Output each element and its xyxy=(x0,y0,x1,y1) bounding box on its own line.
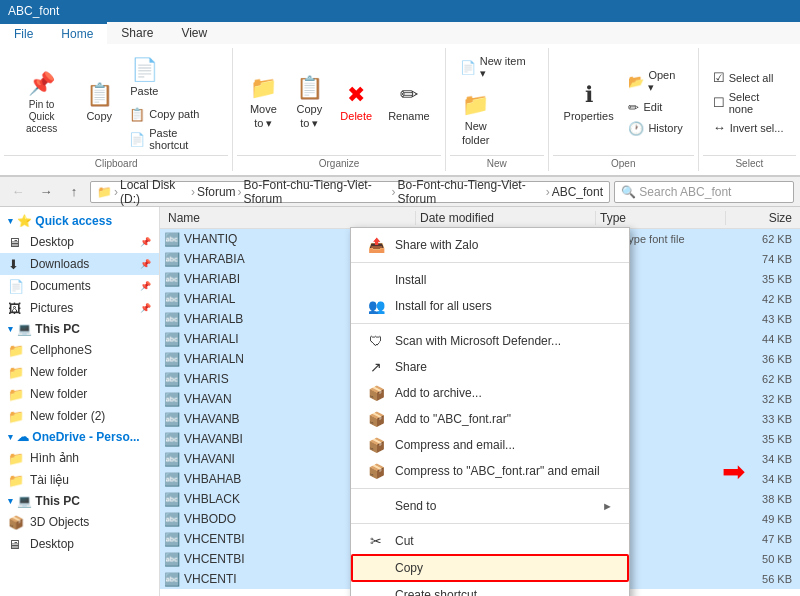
clipboard-buttons: 📌 Pin to Quickaccess 📋 Copy 📄 Paste 📋 xyxy=(4,50,228,155)
this-pc-label: 💻 This PC xyxy=(17,322,80,336)
clipboard-label: Clipboard xyxy=(4,155,228,169)
ctx-install-label: Install xyxy=(395,273,613,287)
edit-button[interactable]: ✏ Edit xyxy=(622,97,689,117)
move-to-button[interactable]: 📁 Moveto ▾ xyxy=(241,70,285,134)
properties-button[interactable]: ℹ Properties xyxy=(557,74,621,132)
ctx-cut[interactable]: ✂ Cut xyxy=(351,528,629,554)
copy-to-button[interactable]: 📋 Copyto ▾ xyxy=(287,70,331,134)
paste-button[interactable]: 📄 Paste xyxy=(123,52,165,103)
ctx-share-zalo-label: Share with Zalo xyxy=(395,238,613,252)
ctx-install-all[interactable]: 👥 Install for all users xyxy=(351,293,629,319)
this-pc-header[interactable]: ▾ 💻 This PC xyxy=(0,319,159,339)
sidebar: ▾ ⭐ Quick access 🖥 Desktop 📌 ⬇ Downloads… xyxy=(0,207,160,596)
up-button[interactable]: ↑ xyxy=(62,180,86,204)
ribbon: File Home Share View 📌 Pin to Quickacces… xyxy=(0,22,800,177)
compress-rar-email-icon: 📦 xyxy=(367,463,385,479)
search-box[interactable]: 🔍 Search ABC_font xyxy=(614,181,794,203)
ctx-share[interactable]: ↗ Share xyxy=(351,354,629,380)
organize-buttons: 📁 Moveto ▾ 📋 Copyto ▾ ✖ Delete ✏ Rename xyxy=(237,50,440,155)
history-button[interactable]: 🕐 History xyxy=(622,118,689,138)
ctx-scan[interactable]: 🛡 Scan with Microsoft Defender... xyxy=(351,328,629,354)
ctx-send-to[interactable]: Send to ► xyxy=(351,493,629,519)
sidebar-item-desktop2[interactable]: 🖥 Desktop xyxy=(0,533,159,555)
title-text: ABC_font xyxy=(8,4,59,18)
invert-selection-button[interactable]: ↔ Invert sel... xyxy=(707,118,792,138)
tab-share[interactable]: Share xyxy=(107,22,167,44)
sidebar-item-new-folder-2[interactable]: 📁 New folder xyxy=(0,383,159,405)
copy-path-button[interactable]: 📋 Copy path xyxy=(123,104,205,124)
main-layout: ▾ ⭐ Quick access 🖥 Desktop 📌 ⬇ Downloads… xyxy=(0,207,800,596)
ctx-cut-label: Cut xyxy=(395,534,613,548)
tab-home[interactable]: Home xyxy=(47,22,107,44)
sidebar-item-new-folder-1[interactable]: 📁 New folder xyxy=(0,361,159,383)
new-item-button[interactable]: 📄 New item ▾ xyxy=(454,53,540,82)
move-to-icon: 📁 xyxy=(250,75,277,101)
pin-icon: 📌 xyxy=(28,71,55,97)
ctx-add-archive-label: Add to archive... xyxy=(395,386,613,400)
sidebar-item-documents[interactable]: 📄 Documents 📌 xyxy=(0,275,159,297)
pin-to-quick-access-button[interactable]: 📌 Pin to Quickaccess xyxy=(8,66,75,140)
ctx-compress-rar-email[interactable]: 📦 Compress to "ABC_font.rar" and email xyxy=(351,458,629,484)
copy-to-icon: 📋 xyxy=(296,75,323,101)
sidebar-item-hinh-anh[interactable]: 📁 Hình ảnh xyxy=(0,447,159,469)
tai-lieu-icon: 📁 xyxy=(8,473,24,488)
onedrive-header[interactable]: ▾ ☁ OneDrive - Perso... xyxy=(0,427,159,447)
quick-access-header[interactable]: ▾ ⭐ Quick access xyxy=(0,211,159,231)
sidebar-tai-lieu-label: Tài liệu xyxy=(30,473,151,487)
sidebar-hinh-anh-label: Hình ảnh xyxy=(30,451,151,465)
rename-button[interactable]: ✏ Rename xyxy=(381,74,437,132)
back-button[interactable]: ← xyxy=(6,180,30,204)
ctx-copy[interactable]: Copy xyxy=(351,554,629,582)
ctx-compress-email[interactable]: 📦 Compress and email... xyxy=(351,432,629,458)
group-organize: 📁 Moveto ▾ 📋 Copyto ▾ ✖ Delete ✏ Rename … xyxy=(233,48,445,171)
install-all-icon: 👥 xyxy=(367,298,385,314)
organize-label: Organize xyxy=(237,155,440,169)
zalo-icon: 📤 xyxy=(367,237,385,253)
copy-button[interactable]: 📋 Copy xyxy=(77,74,121,132)
group-clipboard: 📌 Pin to Quickaccess 📋 Copy 📄 Paste 📋 xyxy=(0,48,233,171)
share-icon: ↗ xyxy=(367,359,385,375)
sidebar-item-tai-lieu[interactable]: 📁 Tài liệu xyxy=(0,469,159,491)
select-all-button[interactable]: ☑ Select all xyxy=(707,68,792,88)
sidebar-item-downloads[interactable]: ⬇ Downloads 📌 xyxy=(0,253,159,275)
new-buttons: 📄 New item ▾ 📁 Newfolder xyxy=(450,50,544,155)
ribbon-content: 📌 Pin to Quickaccess 📋 Copy 📄 Paste 📋 xyxy=(0,44,800,176)
this-pc2-header[interactable]: ▾ 💻 This PC xyxy=(0,491,159,511)
new-folder-icon: 📁 xyxy=(462,92,489,118)
sidebar-item-3d-objects[interactable]: 📦 3D Objects xyxy=(0,511,159,533)
paste-shortcut-icon: 📄 xyxy=(129,132,145,147)
sidebar-item-cellphones[interactable]: 📁 CellphoneS xyxy=(0,339,159,361)
onedrive-label: ☁ OneDrive - Perso... xyxy=(17,430,140,444)
pin-icon2: 📌 xyxy=(140,259,151,269)
ctx-share-zalo[interactable]: 📤 Share with Zalo xyxy=(351,232,629,258)
ctx-add-archive[interactable]: 📦 Add to archive... xyxy=(351,380,629,406)
tab-file[interactable]: File xyxy=(0,22,47,44)
delete-button[interactable]: ✖ Delete xyxy=(333,74,379,132)
scan-icon: 🛡 xyxy=(367,333,385,349)
tab-view[interactable]: View xyxy=(167,22,221,44)
sidebar-new-folder-1-label: New folder xyxy=(30,365,151,379)
sidebar-item-desktop[interactable]: 🖥 Desktop 📌 xyxy=(0,231,159,253)
path-abc-font: ABC_font xyxy=(552,185,603,199)
new-folder-button[interactable]: 📁 Newfolder xyxy=(454,87,498,151)
ctx-create-shortcut-label: Create shortcut xyxy=(395,588,613,596)
paste-shortcut-button[interactable]: 📄 Paste shortcut xyxy=(123,125,224,153)
ctx-create-shortcut[interactable]: Create shortcut xyxy=(351,582,629,596)
ribbon-tabs: File Home Share View xyxy=(0,22,800,44)
select-none-button[interactable]: ☐ Select none xyxy=(707,89,792,117)
address-path[interactable]: 📁 › Local Disk (D:) › Sforum › Bo-Font-c… xyxy=(90,181,610,203)
open-button[interactable]: 📂 Open ▾ xyxy=(622,67,689,96)
forward-button[interactable]: → xyxy=(34,180,58,204)
red-arrow-annotation: ➡ xyxy=(722,455,745,488)
new-folder-1-icon: 📁 xyxy=(8,365,24,380)
sidebar-item-new-folder-3[interactable]: 📁 New folder (2) xyxy=(0,405,159,427)
sidebar-3d-objects-label: 3D Objects xyxy=(30,515,151,529)
ctx-install[interactable]: Install xyxy=(351,267,629,293)
documents-icon: 📄 xyxy=(8,279,24,294)
delete-icon: ✖ xyxy=(347,82,365,108)
ctx-add-rar[interactable]: 📦 Add to "ABC_font.rar" xyxy=(351,406,629,432)
sidebar-item-pictures[interactable]: 🖼 Pictures 📌 xyxy=(0,297,159,319)
sidebar-desktop-label: Desktop xyxy=(30,235,134,249)
ctx-scan-label: Scan with Microsoft Defender... xyxy=(395,334,613,348)
path-sforum: Sforum xyxy=(197,185,236,199)
